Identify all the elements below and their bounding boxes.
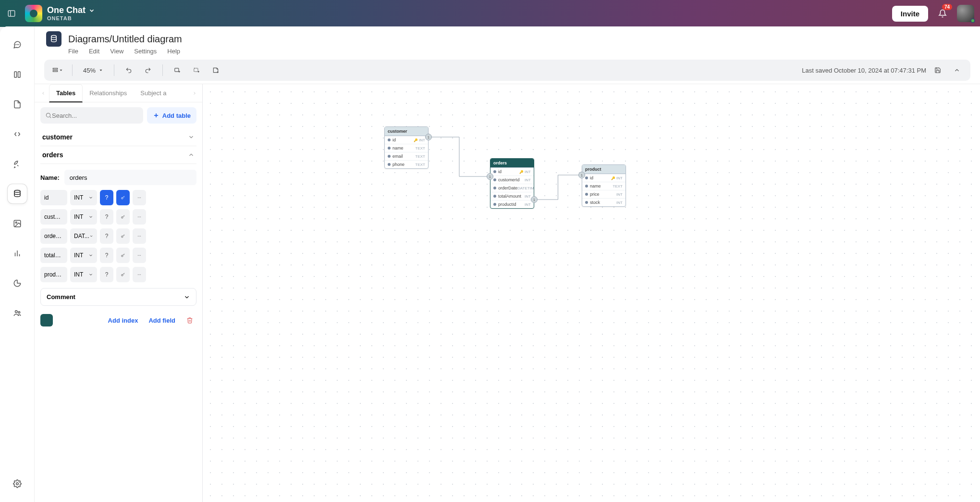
table-name-input[interactable]: [64, 170, 196, 185]
rail-boards[interactable]: [8, 65, 27, 84]
rail-analytics[interactable]: [8, 244, 27, 263]
primary-key-toggle[interactable]: [116, 228, 130, 244]
field-more-button[interactable]: [133, 228, 146, 244]
entity-field: id 🔑INT: [385, 136, 428, 144]
tab-subject[interactable]: Subject a: [134, 84, 173, 102]
side-panel: Tables Relationships Subject a Add table: [35, 84, 203, 502]
collapse-button[interactable]: [949, 63, 965, 78]
field-more-button[interactable]: [133, 209, 146, 225]
field-name-input[interactable]: [40, 190, 67, 205]
tab-tables[interactable]: Tables: [49, 84, 83, 102]
field-more-button[interactable]: [133, 267, 146, 282]
rail-settings[interactable]: [8, 474, 27, 493]
diagram-canvas[interactable]: customer id 🔑INT name TEXT email TEXT ph…: [203, 84, 980, 502]
zoom-select[interactable]: 45%: [79, 67, 107, 74]
field-type-select[interactable]: INT: [70, 267, 97, 282]
svg-point-52: [140, 274, 141, 275]
nullable-toggle[interactable]: ?: [100, 209, 113, 225]
field-name-input[interactable]: [40, 267, 67, 282]
undo-button[interactable]: [121, 63, 136, 78]
entity-orders[interactable]: orders id 🔑INT customerId INT orderDate …: [490, 158, 534, 209]
rail-team[interactable]: [8, 303, 27, 323]
rail-database[interactable]: [8, 184, 27, 203]
nullable-toggle[interactable]: ?: [100, 190, 113, 205]
rail-reports[interactable]: [8, 274, 27, 293]
relation-endpoint[interactable]: 1: [487, 173, 493, 180]
menu-file[interactable]: File: [68, 48, 78, 55]
entity-field: productId INT: [490, 201, 534, 208]
field-type-select[interactable]: INT: [70, 209, 97, 225]
relation-endpoint[interactable]: 1: [578, 172, 585, 178]
entity-customer[interactable]: customer id 🔑INT name TEXT email TEXT ph…: [384, 126, 429, 169]
breadcrumb[interactable]: Diagrams/Untitled diagram: [68, 34, 182, 45]
table-item-orders[interactable]: orders: [40, 146, 196, 164]
search-input[interactable]: [52, 112, 138, 119]
add-table-button[interactable]: Add table: [147, 107, 196, 124]
svg-line-30: [50, 117, 51, 118]
menu-edit[interactable]: Edit: [89, 48, 99, 55]
panel-toggle-icon[interactable]: [6, 8, 17, 19]
delete-table-button[interactable]: [183, 314, 196, 327]
tabs-next[interactable]: [189, 88, 200, 99]
svg-point-15: [16, 483, 18, 485]
nullable-toggle[interactable]: ?: [100, 228, 113, 244]
svg-point-39: [139, 216, 139, 217]
relation-endpoint[interactable]: 1: [531, 196, 538, 203]
field-name-input[interactable]: [40, 228, 67, 244]
nullable-toggle[interactable]: ?: [100, 267, 113, 282]
field-name-input[interactable]: [40, 209, 67, 225]
entity-header[interactable]: orders: [490, 159, 534, 168]
add-field-button[interactable]: Add field: [146, 315, 178, 326]
left-rail: [0, 26, 35, 502]
add-note-button[interactable]: [208, 63, 223, 78]
rail-docs[interactable]: [8, 95, 27, 114]
svg-marker-19: [60, 70, 62, 71]
tabs-prev[interactable]: [37, 88, 49, 99]
tab-relationships[interactable]: Relationships: [83, 84, 134, 102]
app-subtitle: ONETAB: [47, 15, 95, 21]
entity-header[interactable]: product: [582, 165, 625, 174]
primary-key-toggle[interactable]: [116, 190, 130, 205]
rail-media[interactable]: [8, 214, 27, 233]
menu-settings[interactable]: Settings: [134, 48, 157, 55]
svg-point-9: [15, 222, 17, 223]
relation-endpoint[interactable]: 1: [425, 134, 432, 140]
comment-section[interactable]: Comment: [40, 288, 196, 306]
add-index-button[interactable]: Add index: [105, 315, 141, 326]
entity-product[interactable]: product id 🔑INT name TEXT price INT stoc…: [582, 164, 626, 207]
svg-rect-18: [53, 71, 57, 72]
primary-key-toggle[interactable]: [116, 267, 130, 282]
field-name-input[interactable]: [40, 248, 67, 263]
layout-button[interactable]: [50, 63, 65, 78]
rail-deploy[interactable]: [8, 154, 27, 174]
primary-key-toggle[interactable]: [116, 209, 130, 225]
field-type-select[interactable]: DAT...: [70, 228, 97, 244]
rail-chat[interactable]: [8, 35, 27, 54]
doc-type-icon: [46, 31, 61, 47]
svg-rect-6: [18, 72, 20, 77]
table-color-swatch[interactable]: [40, 314, 53, 326]
notifications-button[interactable]: 74: [936, 7, 949, 20]
field-type-select[interactable]: INT: [70, 190, 97, 205]
svg-point-48: [140, 255, 141, 255]
svg-point-40: [140, 216, 141, 217]
rail-api[interactable]: [8, 125, 27, 144]
field-type-select[interactable]: INT: [70, 248, 97, 263]
field-more-button[interactable]: [133, 190, 146, 205]
table-item-customer[interactable]: customer: [40, 128, 196, 146]
primary-key-toggle[interactable]: [116, 248, 130, 263]
add-entity-button[interactable]: [170, 63, 185, 78]
add-area-button[interactable]: [189, 63, 204, 78]
chevron-down-icon[interactable]: [88, 7, 95, 14]
svg-point-14: [18, 312, 20, 314]
field-more-button[interactable]: [133, 248, 146, 263]
svg-rect-5: [14, 72, 17, 77]
avatar[interactable]: [957, 5, 974, 22]
menu-view[interactable]: View: [110, 48, 123, 55]
nullable-toggle[interactable]: ?: [100, 248, 113, 263]
redo-button[interactable]: [140, 63, 156, 78]
invite-button[interactable]: Invite: [892, 6, 928, 22]
entity-header[interactable]: customer: [385, 127, 428, 136]
save-button[interactable]: [930, 63, 945, 78]
menu-help[interactable]: Help: [167, 48, 180, 55]
